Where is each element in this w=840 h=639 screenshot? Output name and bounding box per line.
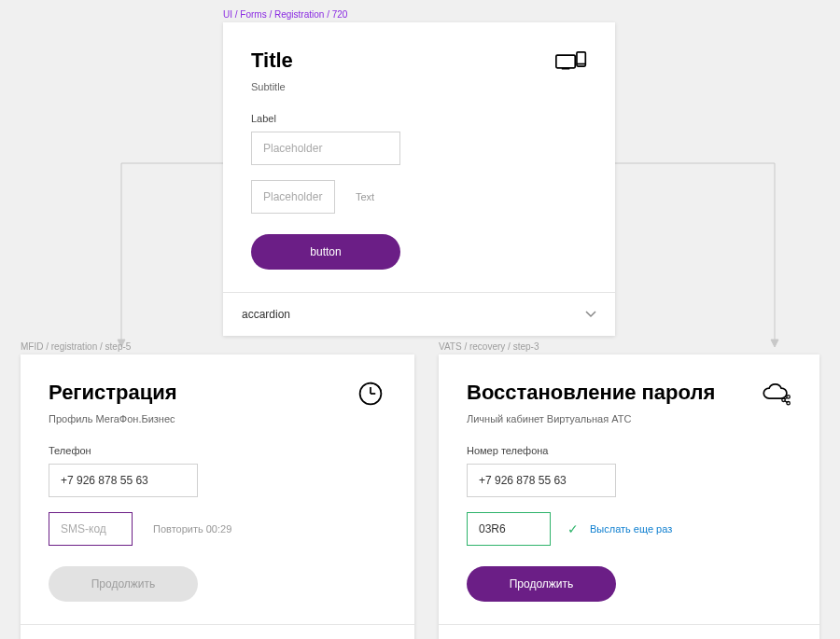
chevron-down-icon — [585, 308, 596, 321]
side-text: Text — [356, 191, 374, 202]
resend-link[interactable]: Выслать еще раз — [590, 523, 672, 535]
phone-label: Телефон — [49, 445, 386, 456]
form-subtitle: Личный кабинет Виртуальная АТС — [467, 413, 791, 424]
form-title: Регистрация — [49, 381, 177, 405]
breadcrumb: UI / Forms / Registration / 720 — [223, 9, 347, 20]
svg-rect-3 — [562, 68, 570, 70]
devices-icon — [555, 49, 587, 77]
phone-label: Номер телефона — [467, 445, 791, 456]
template-form-card: UI / Forms / Registration / 720 Title Su… — [223, 22, 615, 336]
breadcrumb: VATS / recovery / step-3 — [439, 341, 539, 352]
accordion-label: accardion — [242, 308, 290, 321]
field-label: Label — [251, 113, 587, 124]
continue-button[interactable]: Продолжить — [467, 566, 616, 602]
main-input[interactable] — [251, 132, 400, 165]
clock-icon — [355, 381, 386, 410]
check-icon: ✓ — [567, 521, 579, 536]
accordion-toggle[interactable]: Что такое Профиль МегаФон.Бизнес? — [21, 624, 414, 639]
cloud-icon — [760, 381, 791, 410]
recovery-form-card: VATS / recovery / step-3 Восстановление … — [439, 354, 819, 639]
breadcrumb: MFID / registration / step-5 — [21, 341, 131, 352]
phone-input[interactable] — [467, 464, 616, 497]
continue-button: Продолжить — [49, 566, 198, 602]
resend-countdown: Повторить 00:29 — [153, 523, 231, 535]
svg-rect-2 — [556, 55, 575, 68]
phone-input[interactable] — [49, 464, 198, 497]
submit-button[interactable]: button — [251, 234, 400, 270]
code-input[interactable] — [467, 512, 551, 546]
svg-rect-5 — [577, 63, 585, 65]
registration-form-card: MFID / registration / step-5 Регистрация… — [21, 354, 414, 639]
svg-line-13 — [785, 401, 788, 403]
accordion-toggle[interactable]: accardion — [223, 292, 615, 336]
form-subtitle: Subtitle — [251, 81, 587, 92]
secondary-input[interactable] — [251, 180, 335, 214]
svg-marker-1 — [771, 340, 778, 347]
sms-code-input[interactable] — [49, 512, 133, 546]
form-title: Восстановление пароля — [467, 381, 715, 405]
form-subtitle: Профиль МегаФон.Бизнес — [49, 413, 386, 424]
form-title: Title — [251, 49, 293, 73]
accordion-toggle[interactable]: Как восстановить пароль? — [439, 624, 819, 639]
